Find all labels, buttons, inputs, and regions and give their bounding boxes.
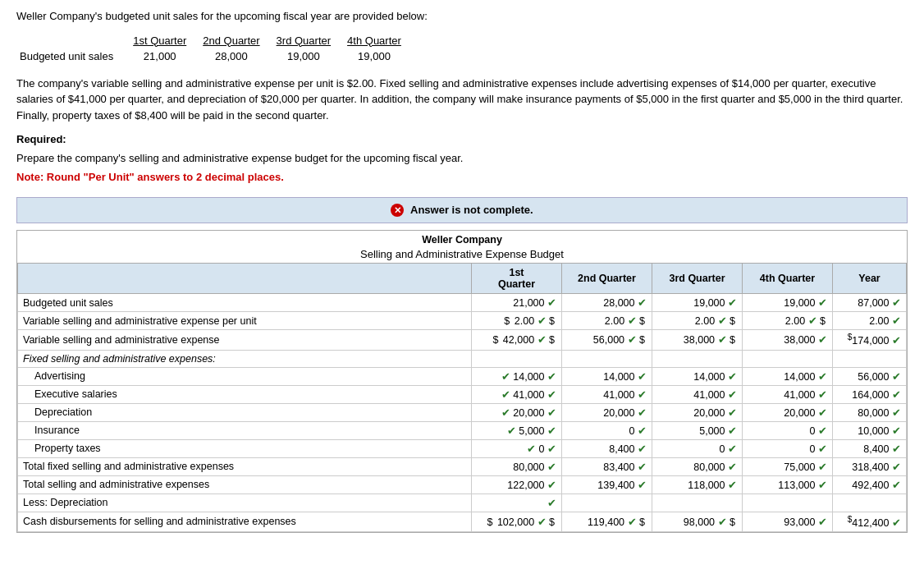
year-var-per-unit: 2.00 ✔ [833, 312, 907, 330]
q4-header: 4th Quarter [344, 33, 414, 48]
intro-paragraph: The company's variable selling and admin… [16, 76, 908, 124]
q2-var-expense: 56,000 ✔ $ [562, 330, 652, 350]
label-total-fixed: Total fixed selling and administrative e… [18, 457, 472, 475]
q1-exec-salaries: ✔ 41,000 ✔ [472, 385, 562, 403]
header-year: Year [833, 264, 907, 294]
label-property-taxes: Property taxes [18, 439, 472, 457]
year-insurance: 10,000 ✔ [833, 421, 907, 439]
intro-text: Weller Company's budgeted unit sales for… [16, 8, 908, 25]
label-fixed-header: Fixed selling and administrative expense… [18, 350, 472, 367]
q2-total-selling: 139,400 ✔ [562, 475, 652, 493]
label-insurance: Insurance [18, 421, 472, 439]
row-depreciation: Depreciation ✔ 20,000 ✔ 20,000 ✔ 20,000 … [18, 403, 907, 421]
row-insurance: Insurance ✔ 5,000 ✔ 0 ✔ 5,000 ✔ 0 ✔ 10,0… [18, 421, 907, 439]
unit-sales-table: 1st Quarter 2nd Quarter 3rd Quarter 4th … [16, 33, 414, 64]
q4-var-per-unit: 2.00 ✔ $ [743, 312, 833, 330]
year-total-selling: 492,400 ✔ [833, 475, 907, 493]
q2-insurance: 0 ✔ [562, 421, 652, 439]
label-budgeted-unit-sales: Budgeted unit sales [18, 294, 472, 312]
year-total-fixed: 318,400 ✔ [833, 457, 907, 475]
label-depreciation: Depreciation [18, 403, 472, 421]
q1-value: 21,000 [130, 48, 199, 64]
q3-property-taxes: 0 ✔ [652, 439, 743, 457]
row-cash-disbursements: Cash disbursements for selling and admin… [18, 512, 907, 531]
header-label-cell [18, 264, 472, 294]
label-advertising: Advertising [18, 367, 472, 385]
q2-budgeted-unit-sales: 28,000 ✔ [562, 294, 652, 312]
q3-header: 3rd Quarter [273, 33, 344, 48]
required-section: Required: Prepare the company's selling … [16, 131, 908, 186]
q3-fixed-header [652, 350, 743, 367]
label-less-depreciation: Less: Depreciation [18, 493, 472, 512]
q4-total-fixed: 75,000 ✔ [743, 457, 833, 475]
answer-banner-text: Answer is not complete. [410, 204, 533, 216]
q3-total-fixed: 80,000 ✔ [652, 457, 743, 475]
x-icon: ✕ [391, 204, 404, 217]
q4-value: 19,000 [344, 48, 414, 64]
q4-advertising: 14,000 ✔ [743, 367, 833, 385]
label-exec-salaries: Executive salaries [18, 385, 472, 403]
header-q3: 3rd Quarter [652, 264, 743, 294]
label-var-expense: Variable selling and administrative expe… [18, 330, 472, 350]
row-less-depreciation: Less: Depreciation ✔ [18, 493, 907, 512]
q1-budgeted-unit-sales: 21,000 ✔ [472, 294, 562, 312]
q4-cash-disbursements: 93,000 ✔ [743, 512, 833, 531]
required-label: Required: [16, 133, 66, 145]
q4-fixed-header [743, 350, 833, 367]
q2-var-per-unit: 2.00 ✔ $ [562, 312, 652, 330]
paragraph-text: The company's variable selling and admin… [16, 76, 908, 124]
q4-less-depreciation [743, 493, 833, 512]
q3-var-per-unit: 2.00 ✔ $ [652, 312, 743, 330]
year-budgeted-unit-sales: 87,000 ✔ [833, 294, 907, 312]
q3-advertising: 14,000 ✔ [652, 367, 743, 385]
q2-value: 28,000 [199, 48, 272, 64]
q3-value: 19,000 [273, 48, 344, 64]
row-exec-salaries: Executive salaries ✔ 41,000 ✔ 41,000 ✔ 4… [18, 385, 907, 403]
q2-cash-disbursements: 119,400 ✔ $ [562, 512, 652, 531]
q3-cash-disbursements: 98,000 ✔ $ [652, 512, 743, 531]
q2-property-taxes: 8,400 ✔ [562, 439, 652, 457]
q1-fixed-header [472, 350, 562, 367]
q2-header: 2nd Quarter [199, 33, 272, 48]
q3-less-depreciation [652, 493, 743, 512]
budget-title: Selling and Administrative Expense Budge… [18, 247, 907, 264]
unit-sales-label: Budgeted unit sales [16, 48, 130, 64]
header-q1: 1stQuarter [472, 264, 562, 294]
q3-budgeted-unit-sales: 19,000 ✔ [652, 294, 743, 312]
q2-depreciation: 20,000 ✔ [562, 403, 652, 421]
q1-less-depreciation: ✔ [472, 493, 562, 512]
q3-exec-salaries: 41,000 ✔ [652, 385, 743, 403]
q1-insurance: ✔ 5,000 ✔ [472, 421, 562, 439]
header-q2: 2nd Quarter [562, 264, 652, 294]
year-property-taxes: 8,400 ✔ [833, 439, 907, 457]
year-cash-disbursements: $412,400 ✔ [833, 512, 907, 531]
q3-insurance: 5,000 ✔ [652, 421, 743, 439]
year-depreciation: 80,000 ✔ [833, 403, 907, 421]
budget-table: Weller Company Selling and Administrativ… [17, 231, 907, 531]
q2-total-fixed: 83,400 ✔ [562, 457, 652, 475]
row-advertising: Advertising ✔ 14,000 ✔ 14,000 ✔ 14,000 ✔… [18, 367, 907, 385]
year-advertising: 56,000 ✔ [833, 367, 907, 385]
q4-insurance: 0 ✔ [743, 421, 833, 439]
header-q4: 4th Quarter [743, 264, 833, 294]
q1-cash-disbursements: $ 102,000 ✔ $ [472, 512, 562, 531]
q4-depreciation: 20,000 ✔ [743, 403, 833, 421]
q4-total-selling: 113,000 ✔ [743, 475, 833, 493]
q3-total-selling: 118,000 ✔ [652, 475, 743, 493]
row-total-fixed: Total fixed selling and administrative e… [18, 457, 907, 475]
q1-depreciation: ✔ 20,000 ✔ [472, 403, 562, 421]
q4-property-taxes: 0 ✔ [743, 439, 833, 457]
row-property-taxes: Property taxes ✔ 0 ✔ 8,400 ✔ 0 ✔ 0 ✔ 8,4… [18, 439, 907, 457]
q1-total-selling: 122,000 ✔ [472, 475, 562, 493]
q1-property-taxes: ✔ 0 ✔ [472, 439, 562, 457]
q1-var-per-unit: $ 2.00 ✔ $ [472, 312, 562, 330]
row-var-expense: Variable selling and administrative expe… [18, 330, 907, 350]
row-fixed-header: Fixed selling and administrative expense… [18, 350, 907, 367]
row-var-per-unit: Variable selling and administrative expe… [18, 312, 907, 330]
q2-advertising: 14,000 ✔ [562, 367, 652, 385]
row-total-selling: Total selling and administrative expense… [18, 475, 907, 493]
q1-header: 1st Quarter [130, 33, 199, 48]
q4-budgeted-unit-sales: 19,000 ✔ [743, 294, 833, 312]
q4-var-expense: 38,000 ✔ [743, 330, 833, 350]
q3-var-expense: 38,000 ✔ $ [652, 330, 743, 350]
